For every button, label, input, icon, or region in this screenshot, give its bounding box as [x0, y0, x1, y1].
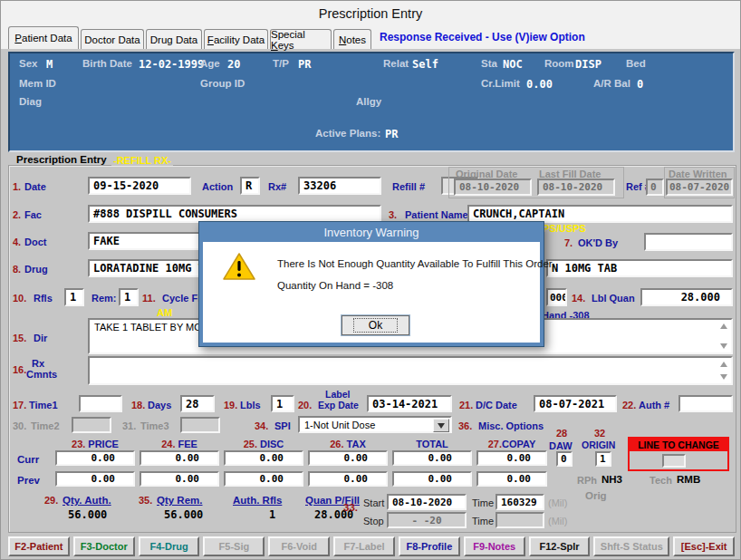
auth-number-field[interactable]: [678, 395, 733, 412]
dc-date-label: D/C Date: [476, 400, 517, 410]
f5-sig-button[interactable]: F5-Sig: [203, 536, 265, 556]
tp-label: T/P: [273, 58, 289, 69]
allgy-label: Allgy: [356, 96, 381, 107]
mem-id-label: Mem ID: [19, 78, 56, 89]
okd-by-field[interactable]: [644, 233, 733, 251]
rx-number-label: Rx#: [268, 181, 286, 192]
sex-label: Sex: [19, 58, 37, 69]
patient-name-field[interactable]: CRUNCH,CAPTAIN: [467, 205, 733, 223]
dialog-message-line2: Quantity On Hand = -308: [277, 280, 393, 291]
rfls-num: 10.: [13, 293, 26, 304]
ar-bal-value: 0: [637, 78, 643, 91]
birth-date-value: 12-02-1999: [139, 58, 204, 71]
fac-num: 2.: [13, 209, 21, 220]
time2-field: [72, 417, 111, 433]
time2-num: 30.: [13, 420, 26, 431]
prev-fee-field: 0.00: [140, 471, 219, 487]
action-label: Action: [202, 181, 233, 192]
rfls-field[interactable]: 1: [64, 288, 84, 306]
curr-copay-field[interactable]: 0.00: [476, 450, 547, 466]
action-field[interactable]: R: [240, 177, 260, 195]
tab-patient-data[interactable]: Patient Data: [8, 26, 79, 49]
f6-void-button[interactable]: F6-Void: [268, 536, 330, 556]
f4-drug-button[interactable]: F4-Drug: [139, 536, 200, 556]
origin-field[interactable]: 1: [595, 451, 611, 467]
tab-special-keys[interactable]: Special Keys: [270, 29, 332, 49]
line-to-change-field[interactable]: [662, 454, 686, 468]
lbls-field[interactable]: 1: [271, 395, 294, 412]
esc-exit-button[interactable]: [Esc]-Exit: [673, 536, 735, 556]
stop-mil-label: (Mil): [548, 516, 567, 526]
tab-drug-data[interactable]: Drug Data: [146, 29, 202, 49]
f12-splr-button[interactable]: F12-Splr: [529, 536, 591, 556]
stop-time-field: [496, 512, 544, 528]
tab-doctor-data[interactable]: Doctor Data: [81, 29, 144, 49]
start-time-field[interactable]: 160329: [496, 494, 544, 510]
curr-row-label: Curr: [17, 454, 39, 466]
lbl-quan-field[interactable]: 28.000: [640, 288, 733, 306]
ar-bal-label: A/R Bal: [593, 78, 630, 89]
days-num: 18.: [131, 400, 145, 410]
qty-rem-num: 35.: [139, 495, 152, 506]
spi-dropdown[interactable]: 1-Not Unit Dose: [298, 416, 452, 433]
tab-notes[interactable]: Notes: [333, 29, 371, 49]
sta-label: Sta: [481, 58, 497, 69]
curr-fee-field[interactable]: 0.00: [140, 450, 219, 466]
days-field[interactable]: 28: [180, 395, 215, 412]
group-id-label: Group ID: [200, 78, 245, 89]
drug-generic-field[interactable]: N 10MG TAB: [546, 259, 733, 277]
disp-quantity-fragment-field: 000: [546, 288, 567, 306]
curr-tax-field[interactable]: 0.00: [308, 450, 388, 466]
curr-total-field[interactable]: 0.00: [392, 450, 472, 466]
time1-field[interactable]: [79, 395, 122, 412]
scroll-down-icon[interactable]: [720, 343, 727, 349]
ok-button[interactable]: Ok: [342, 315, 409, 335]
room-label: Room: [544, 58, 574, 69]
label-exp-label-line2: Exp Date: [318, 401, 359, 411]
curr-disc-field[interactable]: 0.00: [224, 450, 303, 466]
daw-field[interactable]: 0: [556, 451, 573, 467]
f7-label-button[interactable]: F7-Label: [333, 536, 395, 556]
ref-number-field: 0: [646, 179, 664, 196]
rx-number-field[interactable]: 33206: [298, 177, 381, 195]
scroll-down-icon[interactable]: [720, 374, 727, 380]
rem-field[interactable]: 1: [119, 288, 139, 306]
f3-doctor-button[interactable]: F3-Doctor: [73, 536, 135, 556]
patient-name-num: 3.: [389, 209, 397, 220]
chevron-down-icon[interactable]: [433, 419, 449, 432]
f9-notes-button[interactable]: F9-Notes: [464, 536, 525, 556]
dialog-title: Inventory Warning: [199, 222, 544, 242]
lbls-label: Lbls: [240, 400, 261, 410]
rem-label: Rem:: [91, 293, 117, 304]
date-num: 1.: [13, 181, 21, 192]
tab-facility-data[interactable]: Facility Data: [204, 29, 268, 49]
origin-num: 32: [594, 428, 605, 439]
start-date-field[interactable]: 08-10-2020: [387, 494, 467, 510]
start-label: Start: [363, 497, 384, 508]
rx-comments-field[interactable]: [88, 356, 733, 385]
diag-label: Diag: [19, 96, 42, 107]
f2-patient-button[interactable]: F2-Patient: [8, 536, 70, 556]
cycle-num: 11.: [142, 293, 156, 304]
label-exp-date-field[interactable]: 03-14-2021: [367, 395, 452, 412]
qty-auth-num: 29.: [44, 495, 58, 506]
dir-num: 15.: [13, 333, 26, 343]
qty-auth-label: Qty. Auth.: [63, 495, 111, 507]
date-field[interactable]: 09-15-2020: [88, 177, 191, 195]
ship-method-fragment: PS/USPS: [543, 223, 586, 234]
scroll-up-icon[interactable]: [720, 323, 727, 329]
dc-date-field[interactable]: 08-07-2021: [534, 395, 617, 412]
curr-price-field[interactable]: 0.00: [55, 450, 135, 466]
f8-profile-button[interactable]: F8-Profile: [399, 536, 460, 556]
facility-field[interactable]: #888 DISPILL CONSUMERS: [88, 205, 381, 223]
lbls-num: 19.: [224, 400, 237, 410]
shft-s-status-button[interactable]: Shft-S Status: [593, 536, 669, 556]
page-title: Prescription Entry: [1, 1, 740, 25]
days-label: Days: [148, 400, 171, 410]
scroll-up-icon[interactable]: [720, 362, 727, 367]
ok-button-label: Ok: [353, 318, 398, 333]
status-message: Response Received - Use (V)iew Option: [380, 31, 585, 43]
tax-header: 26.TAX: [308, 439, 388, 449]
sex-value: M: [46, 58, 53, 71]
line-to-change-label: LINE TO CHANGE: [630, 439, 727, 451]
